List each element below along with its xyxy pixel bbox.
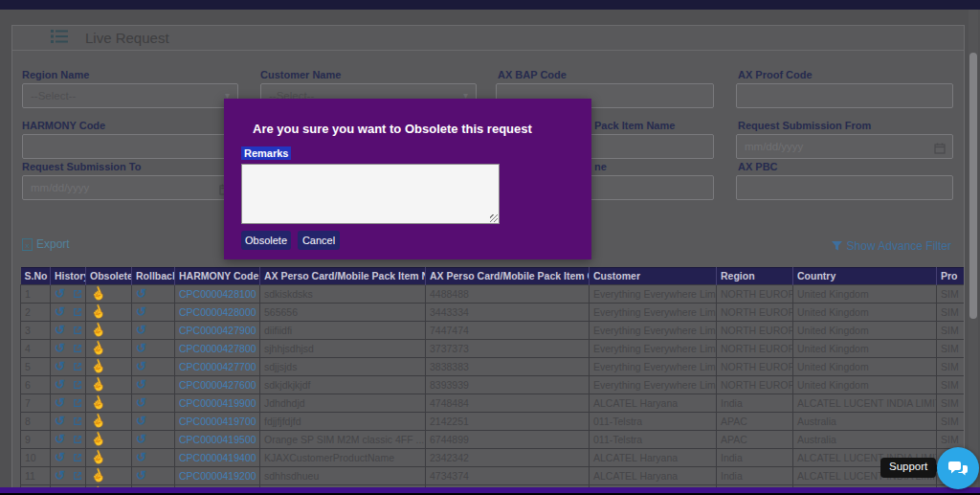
filter-label-pack-item-name: Pack Item Name [594, 120, 714, 130]
history-icon[interactable]: ↺ [55, 450, 65, 464]
cell-item-code: 3443334 [426, 304, 590, 322]
obsolete-hand-icon[interactable]: ☝ [87, 340, 107, 358]
cell-history: ↺ [51, 322, 86, 340]
rollback-icon[interactable]: ↺ [136, 414, 146, 428]
open-details-icon[interactable] [73, 416, 82, 426]
ax-pbc-input[interactable] [736, 175, 953, 200]
harmony-code-link[interactable]: CPC0000427900 [179, 325, 256, 336]
obsolete-hand-icon[interactable]: ☝ [87, 431, 107, 449]
history-icon[interactable]: ↺ [55, 286, 65, 301]
history-icon[interactable]: ↺ [55, 432, 65, 446]
col-item-name: AX Perso Card/Mobile Pack Item Name [260, 268, 426, 285]
open-details-icon[interactable] [73, 362, 82, 371]
rollback-icon[interactable]: ↺ [136, 395, 146, 410]
obsolete-hand-icon[interactable]: ☝ [87, 467, 107, 485]
history-icon[interactable]: ↺ [55, 341, 65, 355]
filter-request-submission-from: Request Submission From mm/dd/yyyy [736, 120, 953, 159]
rollback-icon[interactable]: ↺ [136, 359, 146, 373]
cell-item-code: 6744899 [426, 431, 590, 449]
cell-rollback: ↺ [132, 376, 175, 394]
harmony-code-input[interactable] [22, 134, 238, 159]
cell-country: United Kingdom [793, 285, 937, 304]
obsolete-hand-icon[interactable]: ☝ [87, 413, 107, 431]
cell-obsolete: ☝ [86, 376, 132, 394]
cell-obsolete: ☝ [86, 322, 132, 340]
obsolete-hand-icon[interactable]: ☝ [87, 322, 107, 340]
table-row: 3 ↺ ☝ ↺ CPC0000427900 diifiidfi 7447474 … [21, 322, 965, 340]
cell-customer: ALCATEL Haryana [590, 449, 717, 467]
obsolete-hand-icon[interactable]: ☝ [87, 394, 107, 413]
open-details-icon[interactable] [73, 326, 82, 335]
table-row: 7 ↺ ☝ ↺ CPC0000419900 Jdhdhdjd 4748484 A… [21, 394, 965, 413]
obsolete-button[interactable]: Obsolete [241, 231, 291, 250]
harmony-code-link[interactable]: CPC0000419400 [179, 452, 256, 463]
open-details-icon[interactable] [73, 398, 82, 408]
calendar-icon[interactable] [934, 141, 946, 158]
table-row: 4 ↺ ☝ ↺ CPC0000427800 sjhhjsdhjsd 373737… [21, 340, 965, 358]
open-details-icon[interactable] [73, 289, 82, 299]
rollback-icon[interactable]: ↺ [136, 304, 146, 319]
col-sno: S.No [21, 268, 51, 285]
harmony-code-link[interactable]: CPC0000427600 [179, 379, 256, 391]
cell-customer: ALCATEL Haryana [590, 467, 717, 485]
history-icon[interactable]: ↺ [55, 359, 65, 373]
request-submission-to-input[interactable]: mm/dd/yyyy [22, 175, 238, 200]
request-submission-from-input[interactable]: mm/dd/yyyy [736, 134, 953, 159]
rollback-icon[interactable]: ↺ [136, 377, 146, 392]
open-details-icon[interactable] [73, 453, 82, 462]
textarea-resize-grip[interactable] [490, 214, 498, 222]
harmony-code-link[interactable]: CPC0000419900 [179, 397, 256, 409]
history-icon[interactable]: ↺ [55, 414, 65, 428]
rollback-icon[interactable]: ↺ [136, 468, 146, 483]
rollback-icon[interactable]: ↺ [136, 323, 146, 337]
obsolete-hand-icon[interactable]: ☝ [87, 376, 107, 394]
export-button[interactable]: x Export [22, 237, 70, 251]
rollback-icon[interactable]: ↺ [136, 286, 146, 301]
show-advance-filter-button[interactable]: Show Advance Filter [832, 239, 951, 253]
rollback-icon[interactable]: ↺ [136, 450, 146, 464]
harmony-code-link[interactable]: CPC0000419200 [179, 470, 256, 482]
region-name-select[interactable]: --Select-- ▾ [22, 83, 238, 108]
harmony-code-link[interactable]: CPC0000419500 [179, 434, 256, 445]
obsolete-hand-icon[interactable]: ☝ [87, 304, 107, 322]
cell-item-name: sdjjsjds [260, 358, 426, 376]
open-details-icon[interactable] [73, 435, 82, 444]
open-details-icon[interactable] [73, 307, 82, 317]
cell-rollback: ↺ [132, 467, 175, 485]
col-history: History [51, 268, 86, 285]
harmony-code-link[interactable]: CPC0000427800 [179, 343, 256, 354]
filter-label-request-submission-to: Request Submission To [22, 161, 238, 171]
open-details-icon[interactable] [73, 471, 82, 481]
remarks-textarea[interactable] [241, 164, 500, 224]
open-details-icon[interactable] [73, 344, 82, 353]
harmony-code-link[interactable]: CPC0000428100 [179, 288, 256, 300]
rollback-icon[interactable]: ↺ [136, 432, 146, 446]
chat-bubbles-icon [947, 461, 969, 477]
cell-item-name: sdkjdkjkjdf [260, 376, 426, 394]
history-icon[interactable]: ↺ [55, 395, 65, 410]
history-icon[interactable]: ↺ [55, 304, 65, 319]
harmony-code-link[interactable]: CPC0000428000 [179, 306, 256, 318]
page-title: Live Request [85, 30, 169, 46]
history-icon[interactable]: ↺ [55, 377, 65, 392]
scrollbar-thumb[interactable] [969, 53, 977, 319]
history-icon[interactable]: ↺ [55, 468, 65, 483]
cell-item-code: 3737373 [426, 340, 590, 358]
harmony-code-link[interactable]: CPC0000427700 [179, 361, 256, 372]
table-row: 2 ↺ ☝ ↺ CPC0000428000 565656 3443334 Eve… [21, 304, 965, 322]
filter-label-region-name: Region Name [22, 69, 238, 79]
cell-region: NORTH EUROPE [717, 358, 793, 376]
support-chat-button[interactable] [937, 447, 979, 489]
harmony-code-link[interactable]: CPC0000419700 [179, 416, 256, 427]
rollback-icon[interactable]: ↺ [136, 341, 146, 355]
cancel-button[interactable]: Cancel [298, 231, 340, 250]
cell-country: United Kingdom [793, 358, 937, 376]
top-navbar [0, 0, 980, 10]
obsolete-hand-icon[interactable]: ☝ [87, 285, 107, 304]
cell-item-code: 4748484 [426, 394, 590, 413]
ax-proof-code-input[interactable] [736, 83, 953, 108]
obsolete-hand-icon[interactable]: ☝ [87, 358, 107, 376]
history-icon[interactable]: ↺ [55, 323, 65, 337]
obsolete-hand-icon[interactable]: ☝ [87, 449, 107, 467]
open-details-icon[interactable] [73, 380, 82, 390]
